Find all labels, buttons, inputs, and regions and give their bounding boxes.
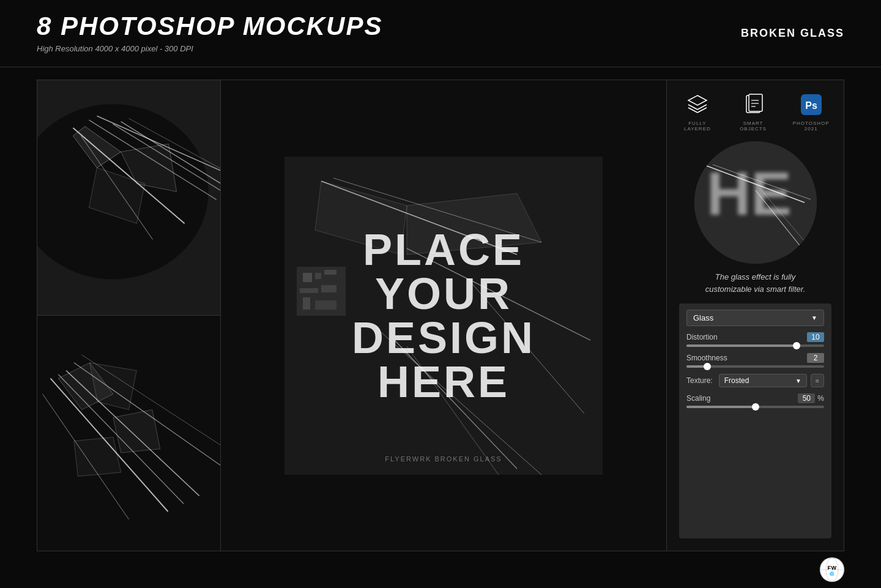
header: 8 Photoshop Mockups High Resolution 4000… bbox=[0, 0, 881, 67]
smoothness-row: Smoothness 2 bbox=[686, 353, 824, 368]
filter-dropdown-row: Glass ▼ bbox=[686, 310, 824, 326]
svg-marker-22 bbox=[74, 437, 121, 476]
bottom-bar: FW 🌐 bbox=[0, 551, 881, 588]
scaling-value: 50 bbox=[798, 393, 815, 403]
svg-rect-29 bbox=[300, 288, 318, 293]
texture-options-button[interactable]: ≡ bbox=[811, 374, 824, 387]
layers-icon-label: Fully Layered bbox=[679, 121, 716, 132]
svg-rect-27 bbox=[315, 273, 321, 279]
left-top-image bbox=[37, 80, 220, 316]
svg-marker-43 bbox=[688, 95, 707, 105]
main-container: Place Your Design Here Flyerwrk Broken G… bbox=[37, 80, 844, 551]
header-left: 8 Photoshop Mockups High Resolution 4000… bbox=[37, 13, 382, 53]
layers-icon bbox=[685, 92, 710, 117]
icon-item-layers: Fully Layered bbox=[679, 92, 716, 132]
scaling-label: Scaling bbox=[686, 394, 710, 403]
texture-dropdown[interactable]: Frosted ▼ bbox=[719, 374, 807, 387]
svg-rect-30 bbox=[321, 285, 336, 292]
brand-name: Broken Glass bbox=[741, 27, 844, 40]
brand-badge: FW 🌐 bbox=[820, 557, 844, 582]
filter-panel: Glass ▼ Distortion 10 Smoothness bbox=[679, 303, 831, 538]
header-subtitle: High Resolution 4000 x 4000 pixel - 300 … bbox=[37, 44, 382, 53]
glass-dropdown[interactable]: Glass ▼ bbox=[686, 310, 824, 326]
mockup-bottom-text: Flyerwrk Broken Glass bbox=[284, 455, 603, 463]
glass-dropdown-label: Glass bbox=[693, 313, 713, 322]
smoothness-label: Smoothness bbox=[686, 354, 727, 362]
preview-circle-container: HE bbox=[679, 141, 831, 264]
photoshop-icon: Ps bbox=[799, 92, 823, 117]
distortion-slider[interactable] bbox=[686, 344, 824, 347]
chevron-down-icon: ▼ bbox=[811, 314, 817, 321]
right-panel: Fully Layered Smart Objects bbox=[666, 80, 844, 551]
svg-marker-21 bbox=[113, 410, 160, 453]
svg-rect-28 bbox=[324, 270, 336, 275]
svg-rect-32 bbox=[315, 300, 336, 310]
icons-row: Fully Layered Smart Objects bbox=[679, 92, 831, 132]
scaling-row: Scaling 50 % bbox=[686, 393, 824, 408]
distortion-row: Distortion 10 bbox=[686, 332, 824, 347]
center-panel: Place Your Design Here Flyerwrk Broken G… bbox=[221, 80, 666, 551]
chevron-down-icon-texture: ▼ bbox=[795, 378, 801, 384]
texture-value: Frosted bbox=[724, 376, 749, 385]
texture-label: Texture: bbox=[686, 376, 713, 385]
smoothness-value: 2 bbox=[807, 353, 824, 363]
texture-row: Texture: Frosted ▼ ≡ bbox=[686, 374, 824, 387]
smart-objects-icon bbox=[741, 92, 765, 117]
icon-item-smart-objects: Smart Objects bbox=[734, 92, 773, 132]
svg-rect-49 bbox=[749, 94, 762, 111]
smoothness-slider[interactable] bbox=[686, 365, 824, 368]
icon-item-photoshop: Ps Photoshop 2021 bbox=[790, 92, 831, 132]
distortion-value: 10 bbox=[807, 332, 824, 342]
photoshop-icon-label: Photoshop 2021 bbox=[790, 121, 831, 132]
left-panel bbox=[37, 80, 221, 551]
smart-objects-icon-label: Smart Objects bbox=[734, 121, 773, 132]
preview-circle: HE bbox=[694, 141, 817, 264]
mockup-image: Place Your Design Here Flyerwrk Broken G… bbox=[284, 157, 603, 475]
page-title: 8 Photoshop Mockups bbox=[37, 13, 382, 39]
svg-text:FW: FW bbox=[828, 565, 837, 571]
preview-description: The glass effect is fully customizable v… bbox=[679, 271, 831, 295]
svg-text:Ps: Ps bbox=[805, 100, 817, 111]
mockup-placeholder-text: Place Your Design Here bbox=[352, 228, 535, 404]
scaling-slider[interactable] bbox=[686, 406, 824, 408]
svg-rect-26 bbox=[303, 273, 312, 282]
left-bottom-image bbox=[37, 316, 220, 551]
svg-rect-31 bbox=[303, 297, 310, 310]
scaling-unit: % bbox=[817, 394, 824, 403]
svg-text:🌐: 🌐 bbox=[830, 571, 835, 576]
distortion-label: Distortion bbox=[686, 333, 718, 341]
